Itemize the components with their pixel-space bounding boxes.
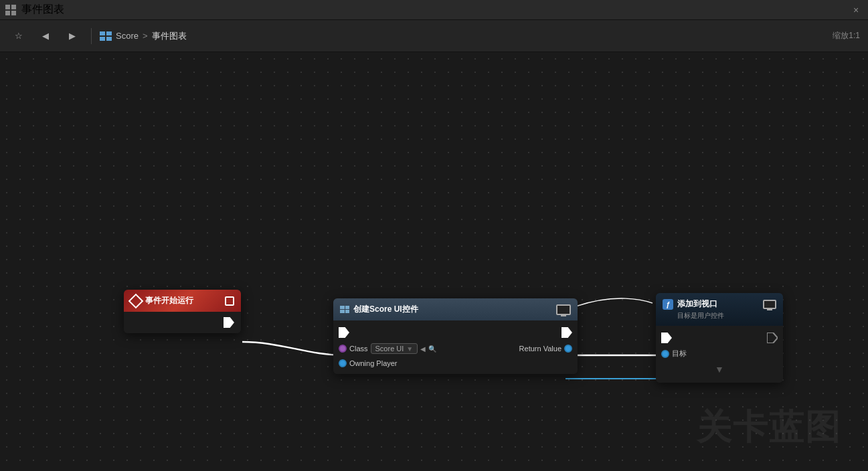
event-begin-play-node[interactable]: 事件开始运行 bbox=[124, 290, 241, 333]
create-title: 创建Score UI控件 bbox=[353, 304, 418, 315]
blueprint-canvas[interactable]: 事件开始运行 创建Score UI控件 bbox=[0, 52, 868, 471]
breadcrumb-separator: > bbox=[143, 31, 148, 41]
function-icon: ƒ bbox=[663, 299, 673, 310]
return-value-pin[interactable] bbox=[564, 345, 572, 353]
node-create-body: Class Score UI ▼ ◀ 🔍 Return Value Owning… bbox=[333, 320, 578, 374]
exec-out-pin-add[interactable] bbox=[767, 333, 778, 343]
event-pin-icon bbox=[225, 296, 234, 306]
class-label: Class bbox=[349, 345, 368, 353]
svg-marker-0 bbox=[767, 333, 778, 343]
title-bar: 事件图表 × bbox=[0, 0, 868, 20]
forward-button[interactable]: ▶ bbox=[62, 25, 83, 47]
pin-icon-search: 🔍 bbox=[428, 345, 436, 353]
breadcrumb-item2[interactable]: 事件图表 bbox=[152, 30, 187, 42]
exec-in-pin-add[interactable] bbox=[661, 333, 672, 343]
exec-row bbox=[333, 324, 578, 341]
watermark: 关卡蓝图 bbox=[697, 404, 841, 451]
add-title: 添加到视口 bbox=[677, 298, 717, 310]
node-add-header: ƒ 添加到视口 目标是用户控件 bbox=[656, 293, 783, 326]
class-value[interactable]: Score UI ▼ bbox=[371, 343, 418, 354]
chevron-down-icon: ▼ bbox=[715, 364, 724, 375]
connections-layer bbox=[0, 52, 868, 471]
class-row: Class Score UI ▼ ◀ 🔍 Return Value bbox=[333, 341, 578, 357]
add-to-viewport-node[interactable]: ƒ 添加到视口 目标是用户控件 目 bbox=[656, 293, 783, 383]
node-create-header: 创建Score UI控件 bbox=[333, 298, 578, 320]
add-subtitle: 目标是用户控件 bbox=[663, 311, 724, 320]
return-value-label: Return Value bbox=[519, 345, 561, 353]
monitor-icon-add bbox=[763, 300, 776, 309]
node-event-body bbox=[124, 312, 241, 333]
expand-section[interactable]: ▼ bbox=[656, 361, 783, 379]
breadcrumb-item1[interactable]: Score bbox=[116, 31, 139, 41]
toolbar-separator bbox=[91, 28, 92, 44]
target-pin[interactable] bbox=[661, 350, 669, 358]
exec-in-pin[interactable] bbox=[339, 327, 349, 338]
event-icon bbox=[128, 293, 144, 308]
create-widget-node[interactable]: 创建Score UI控件 Class Score UI ▼ ◀ 🔍 bbox=[333, 298, 578, 374]
owning-player-pin[interactable] bbox=[339, 359, 347, 367]
close-button[interactable]: × bbox=[849, 3, 863, 17]
owning-player-row: Owning Player bbox=[333, 357, 578, 370]
back-button[interactable]: ◀ bbox=[35, 25, 56, 47]
exec-out-pin[interactable] bbox=[224, 317, 234, 328]
target-row: 目标 bbox=[656, 346, 783, 361]
dropdown-arrow: ▼ bbox=[406, 345, 413, 353]
breadcrumb: Score > 事件图表 bbox=[100, 30, 187, 42]
title-bar-icon bbox=[5, 5, 16, 15]
exec-out-pin[interactable] bbox=[561, 327, 572, 338]
zoom-label: 缩放1:1 bbox=[833, 30, 860, 41]
toolbar: ☆ ◀ ▶ Score > 事件图表 缩放1:1 bbox=[0, 20, 868, 52]
pin-icon-left: ◀ bbox=[420, 345, 426, 353]
exec-row-add bbox=[656, 330, 783, 346]
node-event-header: 事件开始运行 bbox=[124, 290, 241, 312]
breadcrumb-icon bbox=[100, 31, 112, 41]
class-pin[interactable] bbox=[339, 345, 347, 353]
node-add-body: 目标 ▼ bbox=[656, 326, 783, 383]
event-title: 事件开始运行 bbox=[145, 295, 193, 306]
owning-player-label: Owning Player bbox=[349, 359, 398, 367]
target-label: 目标 bbox=[672, 349, 687, 359]
monitor-icon-create bbox=[556, 304, 571, 315]
create-icon bbox=[340, 306, 349, 313]
title-bar-title: 事件图表 bbox=[21, 3, 64, 17]
star-button[interactable]: ☆ bbox=[8, 25, 29, 47]
